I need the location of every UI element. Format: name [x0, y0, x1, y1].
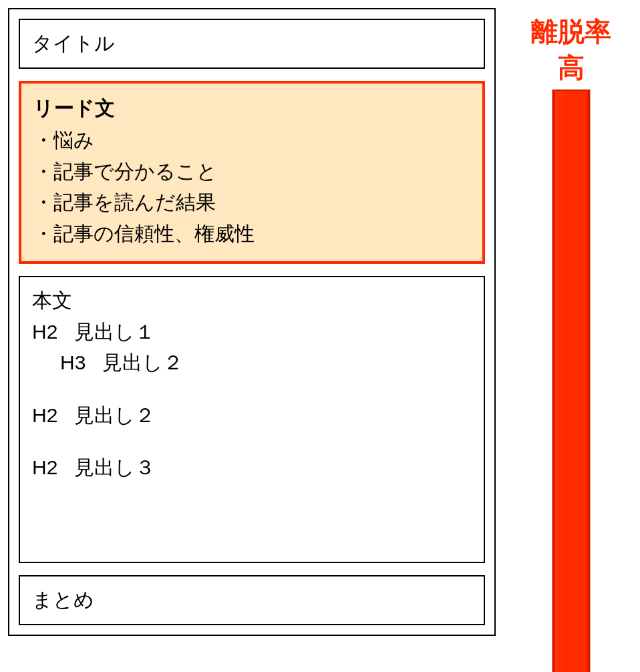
heading-text: 見出し１ — [74, 321, 155, 343]
lead-bullet: ・記事で分かること — [33, 156, 470, 188]
title-box: タイトル — [19, 19, 485, 69]
body-heading-row: H2 見出し１ — [32, 317, 472, 348]
lead-box: リード文 ・悩み ・記事で分かること ・記事を読んだ結果 ・記事の信頼性、権威性 — [19, 81, 485, 265]
spacer — [32, 379, 472, 400]
lead-heading: リード文 — [33, 93, 470, 124]
heading-level: H2 — [32, 404, 57, 426]
lead-bullet-list: ・悩み ・記事で分かること ・記事を読んだ結果 ・記事の信頼性、権威性 — [33, 125, 470, 249]
summary-box: まとめ — [19, 575, 485, 625]
article-container: タイトル リード文 ・悩み ・記事で分かること ・記事を読んだ結果 ・記事の信頼… — [8, 8, 496, 636]
body-heading-row: H2 見出し２ — [32, 400, 472, 432]
lead-bullet: ・記事の信頼性、権威性 — [33, 218, 470, 250]
heading-level: H3 — [60, 351, 86, 373]
bounce-rate-label: 離脱率 高 — [531, 13, 611, 86]
spacer — [32, 431, 472, 452]
lead-bullet: ・記事を読んだ結果 — [33, 187, 470, 218]
heading-text: 見出し２ — [102, 351, 183, 373]
body-heading-row: H2 見出し３ — [32, 452, 472, 484]
body-heading-row: H3 見出し２ — [32, 347, 472, 379]
title-text: タイトル — [32, 32, 115, 54]
heading-level: H2 — [32, 321, 57, 343]
arrow-holder: 低 — [508, 90, 635, 672]
svg-marker-0 — [513, 90, 630, 672]
down-arrow-icon — [508, 90, 635, 672]
bounce-rate-panel: 離脱率 高 低 — [508, 13, 635, 655]
body-box: 本文 H2 見出し１ H3 見出し２ H2 見出し２ H2 見出し３ — [19, 276, 485, 563]
heading-level: H2 — [32, 456, 57, 478]
heading-text: 見出し２ — [74, 404, 155, 426]
heading-text: 見出し３ — [74, 456, 155, 478]
lead-bullet: ・悩み — [33, 125, 470, 156]
summary-text: まとめ — [32, 589, 94, 611]
body-label: 本文 — [32, 285, 472, 317]
